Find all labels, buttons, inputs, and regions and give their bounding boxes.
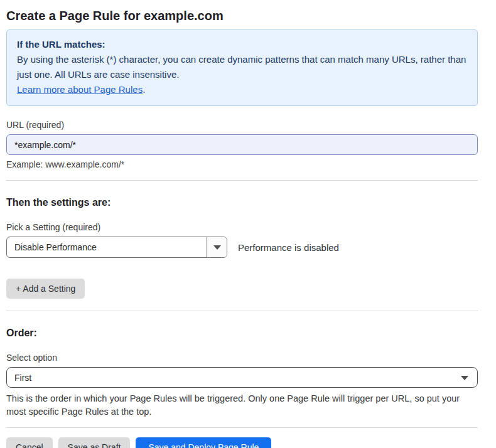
info-box-heading: If the URL matches: — [17, 37, 467, 52]
order-select-value: First — [14, 373, 31, 383]
divider — [6, 311, 478, 311]
url-field-label: URL (required) — [6, 120, 478, 130]
save-and-deploy-button[interactable]: Save and Deploy Page Rule — [136, 437, 271, 448]
setting-select-caret-button[interactable] — [207, 237, 227, 257]
page-title: Create a Page Rule for example.com — [6, 8, 478, 23]
learn-more-link[interactable]: Learn more about Page Rules — [17, 84, 143, 95]
chevron-down-icon — [213, 245, 221, 250]
setting-select-value: Disable Performance — [7, 237, 207, 257]
setting-picker-row: Disable Performance Performance is disab… — [6, 237, 478, 258]
chevron-down-icon — [461, 376, 468, 380]
setting-picker-label: Pick a Setting (required) — [6, 222, 478, 232]
page-rule-form: Create a Page Rule for example.com If th… — [0, 8, 496, 448]
info-box-body: By using the asterisk (*) character, you… — [17, 52, 467, 82]
divider — [6, 427, 478, 428]
add-setting-button[interactable]: + Add a Setting — [6, 279, 85, 299]
footer-actions: Cancel Save as Draft Save and Deploy Pag… — [6, 437, 478, 448]
order-select[interactable]: First — [6, 367, 478, 388]
save-as-draft-button[interactable]: Save as Draft — [58, 437, 131, 448]
setting-status-text: Performance is disabled — [238, 242, 339, 253]
setting-select[interactable]: Disable Performance — [6, 237, 227, 258]
cancel-button[interactable]: Cancel — [6, 437, 53, 448]
divider — [6, 180, 478, 181]
settings-section-heading: Then the settings are: — [6, 196, 478, 208]
url-match-info-box: If the URL matches: By using the asteris… — [6, 29, 478, 106]
url-example-text: Example: www.example.com/* — [6, 159, 478, 169]
info-box-link-line: Learn more about Page Rules. — [17, 82, 467, 97]
order-section-heading: Order: — [6, 327, 478, 339]
order-select-label: Select option — [6, 353, 478, 363]
url-input[interactable] — [6, 134, 478, 155]
order-help-text: This is the order in which your Page Rul… — [6, 392, 471, 419]
link-suffix: . — [143, 84, 145, 95]
